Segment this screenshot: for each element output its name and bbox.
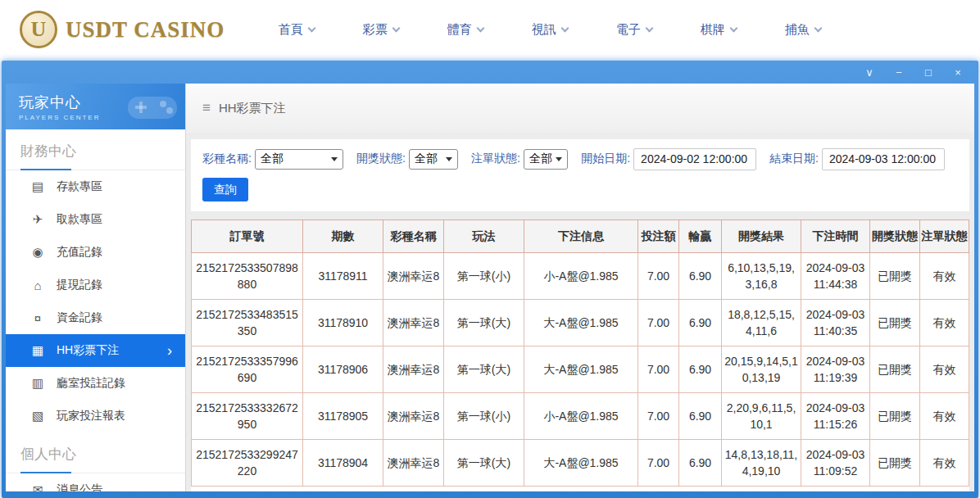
- sidebar-item-recharge-records[interactable]: ◉充值記錄: [6, 236, 185, 269]
- sidebar-section-title-personal-center: 個人中心: [6, 432, 185, 473]
- nav-item-fishing[interactable]: 捕魚: [760, 22, 845, 38]
- table-cell: 第一球(大): [444, 300, 524, 346]
- nav-item-label: 視訊: [532, 22, 556, 38]
- draw-status-select-value: 全部: [415, 152, 438, 166]
- orders-table: 訂單號期數彩種名稱玩法下注信息投注額輸贏開獎結果下注時間開獎狀態注單狀態 215…: [191, 220, 969, 487]
- start-date-label: 開始日期:: [581, 152, 630, 166]
- logo-initial: U: [31, 17, 47, 42]
- sidebar: 玩家中心 PLAYERS CENTER 財務中心▤存款專區✈取款專區◉充值記錄⌂…: [6, 84, 186, 491]
- order-status-label: 注單狀態:: [471, 152, 520, 166]
- nav-item-lottery[interactable]: 彩票: [338, 22, 423, 38]
- table-cell: 31178906: [303, 346, 383, 393]
- nav-item-card-games[interactable]: 棋牌: [676, 22, 760, 38]
- column-header: 開獎狀態: [870, 220, 920, 253]
- nav-item-label: 首頁: [279, 22, 303, 38]
- table-cell: 已開獎: [870, 393, 920, 440]
- nav-item-sports[interactable]: 體育: [423, 22, 507, 38]
- table-cell: 7.00: [638, 440, 679, 487]
- table-cell: 6.90: [679, 253, 722, 300]
- chevron-down-icon: [729, 24, 737, 32]
- column-header: 彩種名稱: [383, 220, 444, 253]
- window-titlebar: ∨−□×: [6, 61, 974, 84]
- funds-record-icon: ¤: [30, 311, 45, 325]
- hall-bet-records-icon: ▥: [30, 376, 45, 391]
- column-header: 開獎結果: [722, 220, 801, 253]
- orders-table-head-row: 訂單號期數彩種名稱玩法下注信息投注額輸贏開獎結果下注時間開獎狀態注單狀態: [192, 220, 969, 253]
- end-date-input[interactable]: [822, 148, 945, 170]
- table-cell: 第一球(大): [444, 440, 524, 487]
- table-cell: 6,10,13,5,19,3,16,8: [722, 253, 801, 300]
- column-header: 注單狀態: [920, 220, 969, 253]
- nav-item-slots[interactable]: 電子: [592, 22, 676, 38]
- table-cell: 有效: [920, 440, 969, 487]
- bet-report-icon: ▧: [30, 409, 45, 423]
- table-cell: 第一球(小): [444, 253, 524, 300]
- logo-text: USDT CASINO: [66, 17, 225, 43]
- nav-item-label: 體育: [447, 22, 472, 38]
- filter-panel: 彩種名稱: 全部 開獎狀態: 全部 注單狀態: 全部: [191, 139, 969, 211]
- sidebar-item-label: 玩家投注報表: [57, 409, 125, 423]
- sidebar-item-label: 存款專區: [57, 179, 102, 194]
- window-close-button[interactable]: ×: [953, 67, 963, 78]
- menu-icon[interactable]: ≡: [202, 100, 211, 116]
- table-cell: 2024-09-03 11:44:38: [801, 253, 870, 300]
- nav-item-home[interactable]: 首頁: [254, 22, 338, 38]
- window-minimize-button[interactable]: −: [894, 67, 904, 78]
- start-date-input[interactable]: [633, 148, 756, 170]
- table-cell: 6.90: [679, 440, 722, 487]
- order-status-select[interactable]: 全部: [524, 149, 568, 170]
- table-cell: 澳洲幸运8: [383, 393, 444, 440]
- table-cell: 澳洲幸运8: [383, 300, 444, 346]
- table-cell: 小-A盤@1.985: [524, 253, 638, 300]
- table-cell: 2152172533507898880: [192, 253, 303, 300]
- table-cell: 小-A盤@1.985: [524, 393, 638, 440]
- table-cell: 31178904: [303, 440, 383, 487]
- recharge-record-icon: ◉: [30, 245, 45, 260]
- table-cell: 7.00: [638, 253, 679, 300]
- sidebar-item-label: 廳室投註記錄: [57, 376, 125, 391]
- table-cell: 澳洲幸运8: [383, 253, 444, 300]
- search-button[interactable]: 查詢: [202, 178, 248, 201]
- usdt-casino-logo[interactable]: U USDT CASINO: [20, 11, 225, 48]
- orders-table-card: 訂單號期數彩種名稱玩法下注信息投注額輸贏開獎結果下注時間開獎狀態注單狀態 215…: [191, 220, 969, 491]
- sidebar-item-announcements[interactable]: ✉消息公告: [6, 473, 185, 491]
- lottery-name-select[interactable]: 全部: [255, 149, 343, 170]
- topnav-menu: 首頁彩票體育視訊電子棋牌捕魚: [254, 22, 845, 38]
- withdraw-icon: ✈: [30, 212, 45, 227]
- sidebar-item-hall-bet-records[interactable]: ▥廳室投註記錄: [6, 367, 185, 400]
- nav-item-live-video[interactable]: 視訊: [507, 22, 592, 38]
- page-title-bar: ≡ HH彩票下注: [186, 84, 974, 133]
- sidebar-item-label: HH彩票下注: [57, 343, 119, 358]
- orders-table-body: 215217253350789888031178911澳洲幸运8第一球(小)小-…: [192, 253, 969, 487]
- table-cell: 大-A盤@1.985: [524, 300, 638, 346]
- chevron-down-icon: [307, 24, 315, 32]
- sidebar-item-label: 消息公告: [57, 482, 102, 491]
- table-cell: 已開獎: [870, 440, 920, 487]
- sidebar-item-hh-lottery-bets[interactable]: ▦HH彩票下注›: [6, 334, 185, 367]
- chevron-down-icon: [331, 157, 338, 161]
- table-cell: 6.90: [679, 300, 722, 346]
- table-cell: 6.90: [679, 393, 722, 440]
- sidebar-item-deposit-area[interactable]: ▤存款專區: [6, 170, 185, 203]
- window-maximize-button[interactable]: □: [923, 67, 933, 78]
- sidebar-section-title-finance-center: 財務中心: [6, 129, 185, 170]
- table-cell: 2024-09-03 11:15:26: [801, 393, 870, 440]
- page-title: HH彩票下注: [219, 101, 286, 116]
- column-header: 下注信息: [524, 220, 638, 253]
- sidebar-heading: 玩家中心 PLAYERS CENTER: [19, 93, 100, 121]
- table-cell: 31178910: [303, 300, 383, 346]
- sidebar-item-label: 充值記錄: [57, 245, 102, 260]
- lottery-name-select-value: 全部: [261, 152, 284, 166]
- table-cell: 7.00: [638, 300, 679, 346]
- column-header: 訂單號: [192, 220, 303, 253]
- sidebar-item-label: 提現記錄: [57, 278, 102, 292]
- top-navigation: U USDT CASINO 首頁彩票體育視訊電子棋牌捕魚: [0, 0, 980, 59]
- sidebar-item-withdraw-records[interactable]: ⌂提現記錄: [6, 269, 185, 301]
- sidebar-item-funds-records[interactable]: ¤資金記錄: [6, 301, 185, 334]
- window-collapse-button[interactable]: ∨: [864, 67, 874, 78]
- filter-row: 彩種名稱: 全部 開獎狀態: 全部 注單狀態: 全部: [202, 147, 958, 170]
- sidebar-item-withdraw-area[interactable]: ✈取款專區: [6, 203, 185, 236]
- table-cell: 31178911: [303, 253, 383, 300]
- draw-status-select[interactable]: 全部: [409, 149, 458, 170]
- sidebar-item-player-bet-report[interactable]: ▧玩家投注報表: [6, 400, 185, 432]
